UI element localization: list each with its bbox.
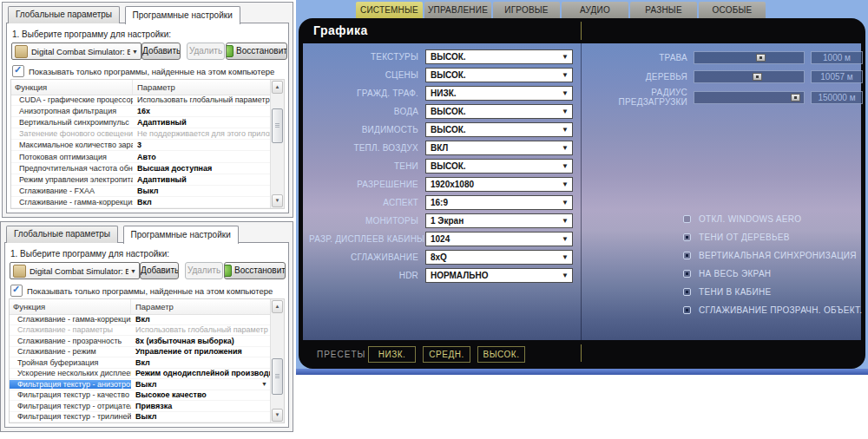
show-programs-checkbox[interactable]	[12, 65, 24, 77]
checkbox[interactable]	[683, 270, 691, 278]
program-settings-panel: 1. Выберите программу для настройки: Dig…	[4, 242, 289, 428]
program-select[interactable]: Digital Combat Simulator: Black ... ▼	[10, 262, 140, 279]
setting-dropdown[interactable]: ВЫСОК.▼	[425, 159, 573, 174]
table-row[interactable]: Сглаживание - параметрыИспользовать глоб…	[10, 325, 271, 337]
restore-button[interactable]: Восстановить	[226, 43, 287, 60]
restore-button-label: Восстановить	[236, 43, 287, 59]
setting-label: ТЕПЛ. ВОЗДУХ	[309, 141, 418, 155]
scroll-thumb[interactable]	[272, 108, 283, 143]
show-programs-checkbox[interactable]	[10, 285, 23, 297]
dcs-tab[interactable]: СИСТЕМНЫЕ	[356, 2, 423, 18]
program-select[interactable]: Digital Combat Simulator: Black ... ▼	[11, 43, 141, 60]
checkbox-label: ОТКЛ. WINDOWS AERO	[699, 214, 801, 224]
scroll-down-icon[interactable]: ▼	[272, 409, 283, 422]
setting-row: СЦЕНЫВЫСОК.▼	[309, 68, 575, 82]
checkbox[interactable]	[683, 306, 691, 314]
table-header: Функция Параметр	[10, 299, 271, 315]
table-row[interactable]: Максимальное количество заранее под...3	[11, 140, 271, 151]
table-row[interactable]: Ускорение нескольких дисплеев/смеша...Ре…	[10, 369, 271, 380]
chevron-down-icon: ▼	[132, 49, 138, 55]
table-row[interactable]: Потоковая оптимизацияАвто	[11, 151, 271, 162]
tab-program-settings[interactable]: Программные настройки	[123, 226, 239, 244]
preset-button[interactable]: СРЕДН.	[423, 346, 470, 363]
setting-label: АСПЕКТ	[309, 195, 418, 210]
setting-dropdown[interactable]: ВЫСОК.▼	[425, 104, 573, 119]
table-row[interactable]: Фильтрация текстур - трилинейная опт...В…	[10, 412, 271, 423]
scroll-up-icon[interactable]: ▲	[272, 81, 283, 94]
table-row[interactable]: Тройная буферизацияВкл	[10, 357, 271, 369]
scrollbar[interactable]: ▲ ▼	[270, 299, 284, 423]
column-header-parameter[interactable]: Параметр	[133, 80, 271, 95]
checkbox[interactable]	[683, 288, 691, 296]
table-row[interactable]: Затенение фонового освещенияНе поддержив…	[11, 128, 271, 140]
table-row[interactable]: Фильтрация текстур - анизотропная оп...В…	[10, 379, 271, 390]
table-row[interactable]: Фильтрация текстур - качествоВысокое кач…	[10, 390, 271, 402]
setting-dropdown[interactable]: НОРМАЛЬНО▼	[425, 268, 573, 283]
slider-handle[interactable]	[791, 94, 800, 102]
dcs-tab[interactable]: АУДИО	[562, 2, 628, 18]
settings-table: Функция Параметр Сглаживание - гамма-кор…	[9, 298, 285, 423]
dcs-tab[interactable]: РАЗНЫЕ	[630, 2, 697, 18]
table-row[interactable]: Анизотропная фильтрация16x	[11, 106, 271, 117]
slider-handle[interactable]	[756, 54, 766, 62]
table-row[interactable]: Сглаживание - FXAAВыкл	[11, 186, 271, 197]
value-cell: Выкл▼	[131, 380, 271, 389]
column-header-function[interactable]: Функция	[11, 80, 133, 95]
setting-dropdown[interactable]: ВЫСОК.▼	[425, 68, 573, 82]
table-row[interactable]: Предпочтительная частота обновлени...Выс…	[11, 163, 271, 174]
checkbox[interactable]	[683, 215, 691, 223]
slider-track[interactable]	[694, 70, 805, 83]
table-row[interactable]: Режим управления электропитаниемАдаптивн…	[11, 174, 271, 186]
setting-dropdown[interactable]: НИЗК.▼	[425, 86, 573, 101]
setting-dropdown[interactable]: ВКЛ▼	[425, 141, 573, 155]
setting-dropdown[interactable]: 16:9▼	[425, 195, 573, 210]
checkbox[interactable]	[683, 252, 691, 259]
nvidia-restore-icon	[226, 45, 233, 57]
chevron-down-icon: ▼	[562, 160, 569, 173]
scrollbar[interactable]: ▲ ▼	[270, 80, 284, 208]
slider-track[interactable]	[694, 91, 805, 104]
scroll-down-icon[interactable]: ▼	[272, 194, 283, 207]
remove-button[interactable]: Удалить	[187, 43, 225, 60]
feature-cell: Потоковая оптимизация	[11, 153, 133, 161]
add-button[interactable]: Добавить	[141, 43, 181, 60]
tab-global-settings[interactable]: Глобальные параметры	[6, 226, 118, 243]
column-header-function[interactable]: Функция	[10, 299, 131, 314]
table-row[interactable]: Сглаживание - режимУправление от приложе…	[10, 347, 271, 358]
table-row[interactable]: CUDA - графические процессорыИспользоват…	[11, 95, 271, 106]
setting-dropdown[interactable]: 1 Экран▼	[425, 213, 573, 228]
scroll-up-icon[interactable]: ▲	[272, 300, 283, 313]
tab-program-settings[interactable]: Программные настройки	[125, 6, 240, 24]
table-row[interactable]: Вертикальный синхроимпульсАдаптивный	[11, 117, 271, 128]
panel-header: Графика	[299, 18, 865, 43]
checkbox[interactable]	[683, 233, 691, 241]
dcs-tab[interactable]: ОСОБЫЕ	[699, 2, 766, 18]
setting-row: ТЕНИВЫСОК.▼	[309, 159, 575, 174]
setting-row: АСПЕКТ16:9▼	[309, 195, 575, 210]
add-button[interactable]: Добавить	[140, 262, 179, 279]
table-row[interactable]: Сглаживание - прозрачность8x (избыточная…	[10, 336, 271, 347]
dcs-tab[interactable]: УПРАВЛЕНИЕ	[424, 2, 491, 18]
setting-dropdown[interactable]: ВЫСОК.▼	[425, 49, 573, 64]
setting-dropdown[interactable]: 8xQ▼	[425, 250, 573, 265]
tab-global-settings[interactable]: Глобальные параметры	[8, 6, 120, 23]
table-row[interactable]: Сглаживание - гамма-коррекцияВкл	[10, 314, 271, 325]
table-row[interactable]: Сглаживание - гамма-коррекцияВкл	[11, 197, 271, 208]
dropdown-value: 8xQ	[431, 252, 447, 262]
slider-handle[interactable]	[753, 73, 762, 81]
dropdown-value: 1024	[431, 234, 450, 244]
setting-dropdown[interactable]: 1024▼	[425, 232, 573, 246]
setting-dropdown[interactable]: ВЫСОК.▼	[425, 122, 573, 137]
restore-button[interactable]: Восстановить	[224, 262, 286, 279]
remove-button[interactable]: Удалить	[185, 262, 223, 279]
table-row[interactable]: Фильтрация текстур - отрицательное о...П…	[10, 401, 271, 412]
setting-row: РАЗР. ДИСПЛЕЕВ КАБИНЫ1024▼	[309, 232, 575, 246]
setting-dropdown[interactable]: 1920x1080▼	[425, 177, 573, 192]
slider-track[interactable]	[694, 51, 805, 64]
preset-button[interactable]: НИЗК.	[368, 346, 416, 363]
dcs-tab[interactable]: ИГРОВЫЕ	[493, 2, 560, 18]
column-header-parameter[interactable]: Параметр	[131, 299, 271, 314]
scroll-thumb[interactable]	[272, 358, 283, 395]
preset-button[interactable]: ВЫСОК.	[477, 346, 525, 363]
divider	[581, 344, 582, 362]
